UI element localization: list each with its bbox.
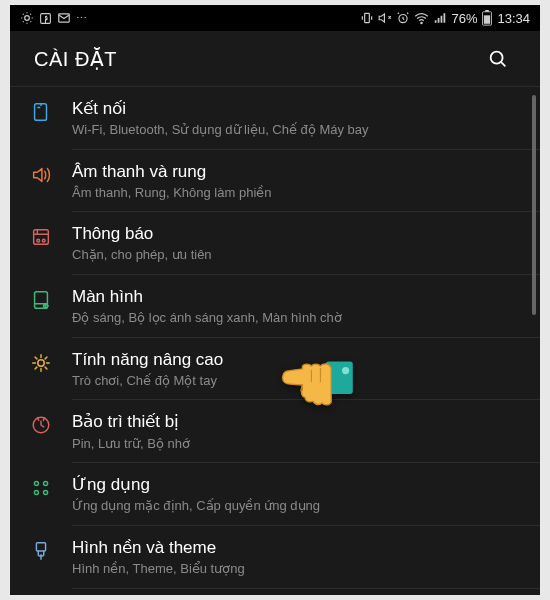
settings-item-sub: Wi-Fi, Bluetooth, Sử dụng dữ liệu, Chế đ…	[72, 122, 526, 138]
scrollbar[interactable]	[532, 95, 536, 315]
svg-rect-11	[34, 230, 49, 245]
settings-item-apps[interactable]: Ứng dụngỨng dụng mặc định, Cấp quyền ứng…	[10, 463, 540, 526]
settings-item-lockscreen[interactable]: Màn hình khóa và bảo mậtMàn hình khóa, V…	[10, 589, 540, 596]
status-left-icons: ⋯	[20, 11, 87, 25]
settings-item-body: Thông báoChặn, cho phép, ưu tiên	[72, 212, 540, 275]
sound-icon	[10, 150, 72, 186]
lock-icon	[10, 589, 72, 596]
connections-icon	[10, 87, 72, 123]
svg-point-9	[491, 51, 503, 63]
settings-item-sub: Hình nền, Theme, Biểu tượng	[72, 561, 526, 577]
apps-icon	[10, 463, 72, 499]
settings-item-connections[interactable]: Kết nốiWi-Fi, Bluetooth, Sử dụng dữ liệu…	[10, 87, 540, 150]
clock: 13:34	[497, 11, 530, 26]
settings-item-sub: Chặn, cho phép, ưu tiên	[72, 247, 526, 263]
wallpaper-icon	[10, 526, 72, 562]
svg-point-20	[34, 491, 38, 495]
advanced-icon	[10, 338, 72, 374]
vibrate-icon	[360, 11, 374, 25]
settings-item-sub: Ứng dụng mặc định, Cấp quyền ứng dụng	[72, 498, 526, 514]
svg-point-21	[44, 491, 48, 495]
status-right-icons: 76% 13:34	[360, 10, 530, 26]
settings-item-notifications[interactable]: Thông báoChặn, cho phép, ưu tiên	[10, 212, 540, 275]
svg-point-0	[25, 16, 30, 21]
settings-item-title: Màn hình	[72, 286, 526, 308]
wifi-icon	[414, 11, 429, 26]
settings-item-title: Tính năng nâng cao	[72, 349, 526, 371]
settings-item-body: Hình nền và themeHình nền, Theme, Biểu t…	[72, 526, 540, 589]
fb-icon	[39, 12, 52, 25]
more-notifications-icon: ⋯	[76, 12, 87, 25]
settings-list: Kết nốiWi-Fi, Bluetooth, Sử dụng dữ liệu…	[10, 87, 540, 595]
svg-point-5	[421, 22, 422, 23]
page-title: CÀI ĐẶT	[34, 47, 117, 71]
mail-icon	[57, 11, 71, 25]
mute-icon	[378, 11, 392, 25]
maintenance-icon	[10, 400, 72, 436]
settings-item-title: Âm thanh và rung	[72, 161, 526, 183]
svg-rect-8	[484, 15, 490, 23]
app-header: CÀI ĐẶT	[10, 31, 540, 87]
notifications-icon	[10, 212, 72, 248]
settings-item-body: Màn hình khóa và bảo mậtMàn hình khóa, V…	[72, 589, 540, 596]
battery-percent: 76%	[451, 11, 477, 26]
settings-item-title: Ứng dụng	[72, 474, 526, 496]
status-bar: ⋯ 76% 13:34	[10, 5, 540, 31]
settings-item-body: Bảo trì thiết bịPin, Lưu trữ, Bộ nhớ	[72, 400, 540, 463]
alarm-icon	[396, 11, 410, 25]
brightness-icon	[20, 11, 34, 25]
settings-item-display[interactable]: Màn hìnhĐộ sáng, Bộ lọc ánh sáng xanh, M…	[10, 275, 540, 338]
svg-point-13	[42, 240, 45, 243]
svg-rect-3	[365, 13, 370, 22]
settings-item-title: Bảo trì thiết bị	[72, 411, 526, 433]
settings-item-maintenance[interactable]: Bảo trì thiết bịPin, Lưu trữ, Bộ nhớ	[10, 400, 540, 463]
settings-item-body: Kết nốiWi-Fi, Bluetooth, Sử dụng dữ liệu…	[72, 87, 540, 150]
svg-point-19	[44, 482, 48, 486]
display-icon	[10, 275, 72, 311]
settings-item-title: Kết nối	[72, 98, 526, 120]
search-icon	[487, 48, 509, 70]
settings-item-body: Ứng dụngỨng dụng mặc định, Cấp quyền ứng…	[72, 463, 540, 526]
device-frame: ⋯ 76% 13:34 CÀI ĐẶT Kết nốiWi-Fi, Blueto…	[10, 5, 540, 595]
svg-point-12	[37, 240, 40, 243]
svg-rect-7	[486, 10, 490, 12]
search-button[interactable]	[480, 41, 516, 77]
signal-icon	[433, 11, 447, 25]
settings-item-sound[interactable]: Âm thanh và rungÂm thanh, Rung, Không là…	[10, 150, 540, 213]
settings-item-body: Tính năng nâng caoTrò chơi, Chế độ Một t…	[72, 338, 540, 401]
settings-item-sub: Pin, Lưu trữ, Bộ nhớ	[72, 436, 526, 452]
settings-item-advanced[interactable]: Tính năng nâng caoTrò chơi, Chế độ Một t…	[10, 338, 540, 401]
settings-item-sub: Trò chơi, Chế độ Một tay	[72, 373, 526, 389]
settings-item-wallpaper[interactable]: Hình nền và themeHình nền, Theme, Biểu t…	[10, 526, 540, 589]
settings-item-sub: Độ sáng, Bộ lọc ánh sáng xanh, Màn hình …	[72, 310, 526, 326]
svg-rect-22	[36, 543, 45, 551]
settings-item-title: Hình nền và theme	[72, 537, 526, 559]
svg-rect-10	[35, 104, 47, 121]
settings-item-title: Thông báo	[72, 223, 526, 245]
battery-icon	[481, 10, 493, 26]
settings-item-sub: Âm thanh, Rung, Không làm phiền	[72, 185, 526, 201]
settings-item-body: Âm thanh và rungÂm thanh, Rung, Không là…	[72, 150, 540, 213]
svg-point-16	[38, 360, 44, 366]
svg-point-18	[34, 482, 38, 486]
settings-item-body: Màn hìnhĐộ sáng, Bộ lọc ánh sáng xanh, M…	[72, 275, 540, 338]
